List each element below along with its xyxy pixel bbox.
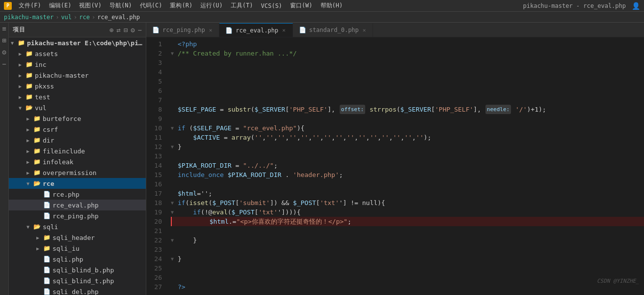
tree-item-sqli-del[interactable]: 📄 sqli_del.php <box>9 286 146 295</box>
structure-strip-icon[interactable]: ⊞ <box>2 36 6 44</box>
menu-code[interactable]: 代码(C) <box>137 1 165 10</box>
breadcrumb-rce[interactable]: rce <box>79 14 90 21</box>
tree-item-dir[interactable]: ▶ 📁 dir <box>9 135 146 146</box>
code-line-20: $html.="<p>你喜欢的字符还挺奇怪的！</p>"; <box>171 217 644 226</box>
main-layout: ≡ ⊞ ⚙ − 项目 ⊕ ⇄ ⊟ ⚙ − ▼ 📁 pikachu-master … <box>0 23 644 295</box>
tree-item-test[interactable]: ▶ 📁 test <box>9 91 146 102</box>
user-icon[interactable]: 👤 <box>632 2 640 10</box>
fold-arrow-17 <box>171 189 178 198</box>
fold-arrow-2[interactable]: ▼ <box>171 49 178 58</box>
sidebar-sync-icon[interactable]: ⇄ <box>116 26 120 34</box>
fold-arrow-10[interactable]: ▼ <box>171 123 178 133</box>
tree-root[interactable]: ▼ 📁 pikachu-master E:\code\php\pikachu <box>9 37 146 48</box>
tree-item-fileinclude[interactable]: ▶ 📁 fileinclude <box>9 146 146 156</box>
tab-rce-ping[interactable]: 📄 rce_ping.php ✕ <box>146 23 219 37</box>
tree-item-sqli-blind-t[interactable]: 📄 sqli_blind_t.php <box>9 275 146 286</box>
tree-item-assets[interactable]: ▶ 📁 assets <box>9 48 146 59</box>
tree-rce-ping-label: rce_ping.php <box>53 212 99 220</box>
token-c-string: '' <box>278 133 286 142</box>
sidebar-collapse-icon[interactable]: ⊟ <box>124 26 128 34</box>
tree-item-sqli-blind-b[interactable]: 📄 sqli_blind_b.php <box>9 265 146 275</box>
tree-sqli-blind-t-label: sqli_blind_t.php <box>53 277 114 285</box>
token-c-plain: , <box>274 133 278 142</box>
tree-item-sqli-header[interactable]: ▶ 📁 sqli_header <box>9 232 146 243</box>
tree-item-infoleak[interactable]: ▶ 📁 infoleak <box>9 156 146 167</box>
menu-bar: P 文件(F) 编辑(E) 视图(V) 导航(N) 代码(C) 重构(R) 运行… <box>0 0 644 12</box>
menu-file[interactable]: 文件(F) <box>16 1 44 10</box>
token-c-plain <box>366 105 370 114</box>
menu-vcs[interactable]: VCS(S) <box>258 2 285 9</box>
tree-fileinclude-arrow: ▶ <box>27 148 32 154</box>
menu-help[interactable]: 帮助(H) <box>318 1 346 10</box>
tree-item-sqli-php[interactable]: 📄 sqli.php <box>9 254 146 265</box>
fold-arrow-7 <box>171 95 178 105</box>
tree-item-overpermission[interactable]: ▶ 📁 overpermission <box>9 167 146 178</box>
code-line-14: $PIKA_ROOT_DIR = "../../"; <box>171 161 644 170</box>
token-c-variable: $html <box>178 189 197 198</box>
code-content[interactable]: <?php▼/** Created by runner.han ...*/ $S… <box>166 37 644 295</box>
tree-item-rce-eval-php[interactable]: 📄 rce_eval.php <box>9 200 146 210</box>
settings-strip-icon[interactable]: ⚙ <box>2 48 6 56</box>
menu-run[interactable]: 运行(U) <box>197 1 226 10</box>
tree-item-inc[interactable]: ▶ 📁 inc <box>9 59 146 70</box>
menu-tools[interactable]: 工具(T) <box>228 1 256 10</box>
menu-refactor[interactable]: 重构(R) <box>167 1 195 10</box>
fold-arrow-24[interactable]: ▼ <box>171 254 178 264</box>
tree-item-pikachu[interactable]: ▶ 📁 pikachu-master <box>9 70 146 81</box>
token-c-plain: ( <box>228 207 232 217</box>
tree-item-vul[interactable]: ▼ 📂 vul <box>9 102 146 113</box>
tree-pikachu-folder-icon: 📁 <box>26 72 33 79</box>
tree-sqli-blind-b-icon: 📄 <box>43 266 51 273</box>
token-c-keyword: if <box>193 207 201 217</box>
code-line-2: ▼/** Created by runner.han ...*/ <box>171 49 644 58</box>
token-c-variable: $ACTIVE <box>193 133 220 142</box>
tree-root-folder-icon: 📁 <box>18 39 25 46</box>
tree-root-label: pikachu-master E:\code\php\pikachu <box>27 39 146 47</box>
tree-item-rce-php[interactable]: 📄 rce.php <box>9 189 146 200</box>
line-numbers: 1234567891011121314151617181920212223242… <box>146 37 166 295</box>
tree-sqli-iu-label: sqli_iu <box>53 245 80 252</box>
fold-arrow-18[interactable]: ▼ <box>171 198 178 207</box>
fold-arrow-12[interactable]: ▼ <box>171 142 178 151</box>
code-line-22: ▼ } <box>171 236 644 245</box>
token-c-plain: } <box>178 236 197 245</box>
menu-window[interactable]: 窗口(W) <box>287 1 316 10</box>
project-strip-icon[interactable]: ≡ <box>2 25 6 32</box>
tree-item-burteforce[interactable]: ▶ 📁 burteforce <box>9 113 146 124</box>
menu-navigate[interactable]: 导航(N) <box>107 1 135 10</box>
tree-item-pkxss[interactable]: ▶ 📁 pkxss <box>9 81 146 91</box>
tree-test-label: test <box>35 93 50 101</box>
breadcrumb-vul[interactable]: vul <box>61 14 72 21</box>
fold-arrow-8 <box>171 105 178 114</box>
menu-edit[interactable]: 编辑(E) <box>46 1 75 10</box>
tab-standard-0[interactable]: 📄 standard_0.php ✕ <box>293 23 374 37</box>
tab-rce-eval-close[interactable]: ✕ <box>281 27 287 34</box>
tab-rce-eval[interactable]: 📄 rce_eval.php ✕ <box>219 23 293 37</box>
tree-item-csrf[interactable]: ▶ 📁 csrf <box>9 124 146 135</box>
tree-inc-folder-icon: 📁 <box>26 61 33 68</box>
token-c-variable: $_SERVER <box>255 105 286 114</box>
fold-arrow-19[interactable]: ▼ <box>171 207 178 217</box>
token-c-string: '' <box>416 133 424 142</box>
tree-pkxss-arrow: ▶ <box>19 84 25 89</box>
sidebar-close-icon[interactable]: − <box>138 26 142 34</box>
minus-strip-icon[interactable]: − <box>2 60 6 68</box>
tree-sqli-iu-arrow: ▶ <box>36 246 42 251</box>
tab-bar: 📄 rce_ping.php ✕ 📄 rce_eval.php ✕ 📄 stan… <box>146 23 644 37</box>
tree-item-sqli[interactable]: ▼ 📂 sqli <box>9 221 146 232</box>
sidebar-add-icon[interactable]: ⊕ <box>109 26 113 34</box>
tree-item-rce[interactable]: ▼ 📂 rce <box>9 178 146 189</box>
tree-pkxss-folder-icon: 📁 <box>26 83 33 89</box>
tree-item-sqli-iu[interactable]: ▶ 📁 sqli_iu <box>9 243 146 254</box>
tab-standard-0-close[interactable]: ✕ <box>362 27 367 34</box>
tab-rce-ping-close[interactable]: ✕ <box>208 27 214 34</box>
fold-arrow-22[interactable]: ▼ <box>171 236 178 245</box>
tab-standard-0-icon: 📄 <box>299 27 306 33</box>
code-line-13 <box>171 151 644 161</box>
breadcrumb-root[interactable]: pikachu-master <box>4 14 54 21</box>
code-line-8: $SELF_PAGE = substr($_SERVER['PHP_SELF']… <box>171 105 644 114</box>
tree-item-rce-ping-php[interactable]: 📄 rce_ping.php <box>9 210 146 221</box>
menu-view[interactable]: 视图(V) <box>76 1 105 10</box>
code-line-26 <box>171 273 644 282</box>
sidebar-settings-icon[interactable]: ⚙ <box>131 26 134 34</box>
